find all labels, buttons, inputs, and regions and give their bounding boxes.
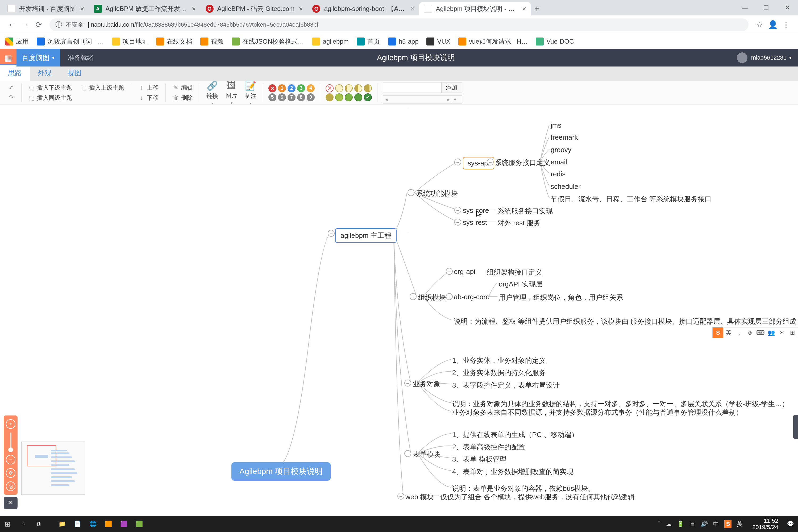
bookmark-item[interactable]: Vue-DOC bbox=[536, 38, 574, 45]
brand-menu[interactable]: 百度脑图 bbox=[17, 49, 60, 66]
node-form-4[interactable]: 4、表单对于业务数据增删改查的简实现 bbox=[452, 467, 573, 476]
task-chrome[interactable]: 🌐 bbox=[85, 516, 100, 532]
node-biz-obj[interactable]: 业务对象 bbox=[413, 379, 440, 388]
ime-keyboard[interactable]: ⌨ bbox=[755, 327, 766, 338]
node-org-note[interactable]: 说明：为流程、鉴权 等组件提供用户组织服务，该模块由 服务接口模块、接口适配器层… bbox=[454, 317, 796, 326]
mindmap-canvas[interactable]: agilebpm 主工程 – – 系统功能模块 – sys-api – 系统服务… bbox=[0, 105, 798, 516]
image-button[interactable]: 🖼图片▾ bbox=[226, 80, 237, 105]
node-scheduler[interactable]: scheduler bbox=[551, 183, 581, 191]
zoom-out-button[interactable]: − bbox=[6, 455, 15, 464]
node-ab-org-core-c2[interactable]: 用户管理，组织岗位，角色，用户组关系 bbox=[499, 293, 623, 302]
ime-emoji[interactable]: ☺ bbox=[744, 327, 755, 338]
add-button[interactable]: 添加 bbox=[441, 82, 462, 93]
collapse-toggle[interactable]: – bbox=[454, 158, 461, 166]
ime-punct[interactable]: , bbox=[734, 327, 744, 338]
node-email[interactable]: email bbox=[551, 158, 567, 166]
bookmark-star-icon[interactable]: ☆ bbox=[753, 20, 766, 29]
priority-picker[interactable]: ✕1234 56789 bbox=[268, 84, 315, 101]
task-app[interactable]: 🟪 bbox=[116, 516, 131, 532]
zoom-thumb[interactable] bbox=[8, 448, 13, 452]
node-org-module[interactable]: 组织模块 bbox=[418, 293, 446, 302]
ime-lang[interactable]: 英 bbox=[723, 327, 734, 338]
tab-idea[interactable]: 思路 bbox=[0, 64, 30, 81]
system-tray[interactable]: ˄ ☁ 🔋 🖥 🔊 中 S 英 bbox=[652, 520, 748, 528]
minimap[interactable] bbox=[21, 441, 85, 495]
minimize-button[interactable]: — bbox=[734, 0, 756, 15]
ime-contacts[interactable]: 👥 bbox=[766, 327, 776, 338]
tray-icon[interactable]: 🖥 bbox=[689, 520, 695, 528]
tray-battery-icon[interactable]: 🔋 bbox=[677, 520, 684, 528]
priority-8[interactable]: 8 bbox=[297, 93, 305, 101]
bookmark-folder[interactable]: 项目地址 bbox=[112, 37, 148, 46]
zoom-in-button[interactable]: + bbox=[6, 419, 15, 429]
browser-tab[interactable]: 开发培训 - 百度脑图× bbox=[3, 2, 89, 15]
close-icon[interactable]: × bbox=[299, 5, 303, 13]
maximize-button[interactable]: ☐ bbox=[756, 0, 777, 15]
start-button[interactable]: ⊞ bbox=[0, 516, 15, 532]
bookmark-item[interactable]: 在线JSON校验格式… bbox=[232, 37, 304, 46]
redo-button[interactable]: ↷ bbox=[6, 93, 16, 101]
resource-scroller[interactable]: ◂▸▾ bbox=[383, 95, 462, 103]
node-biz-3[interactable]: 3、表字段控件定义，表单布局设计 bbox=[452, 381, 560, 390]
close-icon[interactable]: × bbox=[411, 5, 414, 13]
notifications-button[interactable]: 💬 bbox=[783, 516, 798, 532]
priority-5[interactable]: 5 bbox=[268, 93, 277, 101]
priority-2[interactable]: 2 bbox=[288, 84, 296, 92]
zoom-slider[interactable] bbox=[10, 433, 12, 451]
ime-menu[interactable]: ⊞ bbox=[787, 327, 798, 338]
reload-button[interactable]: ⟳ bbox=[32, 20, 45, 29]
locate-button[interactable]: ◎ bbox=[6, 481, 15, 491]
node-web-module-desc[interactable]: 仅仅为了组合 各个模块，提供web服务，没有任何其他代码逻辑 bbox=[440, 492, 635, 502]
node-sys-api-note[interactable]: 节假日、流水号、日程、工作台 等系统模块服务接口 bbox=[551, 194, 711, 204]
close-window-button[interactable]: ✕ bbox=[777, 0, 798, 15]
bookmark-item[interactable]: 视频 bbox=[200, 37, 224, 46]
insert-child-button[interactable]: ⬚插入下级主题 bbox=[27, 83, 74, 92]
profile-button[interactable]: 👤 bbox=[766, 20, 779, 29]
ime-logo[interactable]: S bbox=[712, 327, 723, 338]
bookmark-item[interactable]: 在线文档 bbox=[156, 37, 192, 46]
clock[interactable]: 11:52 2019/5/24 bbox=[748, 518, 783, 530]
node-sys-module[interactable]: 系统功能模块 bbox=[416, 189, 458, 198]
back-button[interactable]: ← bbox=[5, 20, 19, 29]
tray-ime-logo[interactable]: S bbox=[724, 520, 732, 528]
node-center[interactable]: agilebpm 主工程 bbox=[335, 228, 397, 243]
priority-3[interactable]: 3 bbox=[297, 84, 305, 92]
collapse-toggle[interactable]: – bbox=[410, 293, 417, 300]
collapse-toggle[interactable]: – bbox=[404, 450, 411, 457]
priority-7[interactable]: 7 bbox=[288, 93, 296, 101]
tab-appearance[interactable]: 外观 bbox=[30, 64, 60, 81]
collapse-toggle[interactable]: – bbox=[328, 230, 335, 237]
bookmark-item[interactable]: h5-app bbox=[388, 38, 419, 45]
node-ab-org-core[interactable]: ab-org-core bbox=[454, 293, 490, 301]
ime-clip[interactable]: ✂ bbox=[776, 327, 787, 338]
insert-parent-button[interactable]: ⬚插入上级主题 bbox=[79, 83, 126, 92]
tray-up-icon[interactable]: ˄ bbox=[658, 520, 661, 528]
browser-tab[interactable]: GAgileBPM - 码云 Gitee.com× bbox=[201, 2, 308, 15]
taskview-button[interactable]: ⧉ bbox=[31, 516, 46, 532]
menu-button[interactable]: ⋮ bbox=[779, 20, 793, 29]
tray-cloud-icon[interactable]: ☁ bbox=[666, 520, 672, 528]
node-biz-note2[interactable]: 业务对象多表来自不同数据源，并支持多数据源分布式事务（性能与普通事务管理没什么差… bbox=[452, 408, 743, 417]
search-button[interactable]: ○ bbox=[15, 516, 31, 532]
node-jms[interactable]: jms bbox=[551, 121, 561, 130]
new-tab-button[interactable]: + bbox=[531, 3, 543, 15]
tab-view[interactable]: 视图 bbox=[60, 64, 89, 81]
bookmark-item[interactable]: 沉毅寡言创刊词 - … bbox=[37, 37, 104, 46]
move-up-button[interactable]: ↑上移 bbox=[137, 83, 160, 92]
node-redis[interactable]: redis bbox=[551, 170, 566, 178]
node-sys-rest[interactable]: sys-rest bbox=[463, 218, 487, 227]
node-form-2[interactable]: 2、表单高级控件的配置 bbox=[452, 442, 525, 452]
browser-tab-active[interactable]: Agilebpm 项目模块说明 - 百度…× bbox=[419, 2, 531, 15]
insert-sibling-button[interactable]: ⬚插入同级主题 bbox=[27, 93, 126, 102]
collapse-toggle[interactable]: – bbox=[407, 189, 414, 196]
tray-volume-icon[interactable]: 🔊 bbox=[701, 520, 708, 528]
link-button[interactable]: 🔗链接▾ bbox=[206, 80, 218, 105]
bookmark-item[interactable]: 首页 bbox=[357, 37, 380, 46]
ime-toolbar[interactable]: S 英 , ☺ ⌨ 👥 ✂ ⊞ bbox=[712, 327, 798, 338]
bookmark-apps[interactable]: 应用 bbox=[5, 37, 29, 46]
node-form-module[interactable]: 表单模块 bbox=[413, 450, 440, 459]
task-app[interactable]: 🟧 bbox=[100, 516, 116, 532]
priority-4[interactable]: 4 bbox=[307, 84, 315, 92]
browser-tab[interactable]: Gagilebpm-spring-boot: 【Agile…× bbox=[307, 2, 419, 15]
node-form-1[interactable]: 1、提供在线表单的生成（PC 、移动端） bbox=[452, 430, 578, 439]
